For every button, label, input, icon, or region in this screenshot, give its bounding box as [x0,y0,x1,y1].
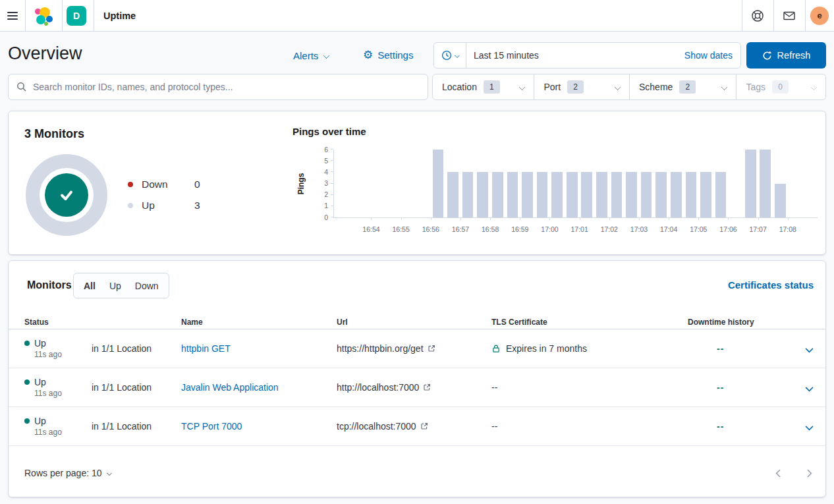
up-dot [128,203,133,208]
x-axis-tick-label: 17:05 [690,225,707,233]
chart-bar [507,172,518,217]
chevron-down-icon [811,84,818,90]
chart-bar [447,172,459,217]
chart-bar [433,150,444,217]
filter-location[interactable]: Location 1 [433,74,534,99]
y-axis-tick-label: 1 [324,203,328,210]
quick-select-button[interactable] [434,43,466,68]
certificates-status-link[interactable]: Certificates status [728,279,814,291]
search-input[interactable] [33,82,420,92]
hamburger-menu-icon[interactable] [0,0,25,31]
y-axis-tick-label: 3 [324,180,328,187]
x-axis-tick-mark [490,217,491,220]
x-axis-tick-mark [639,217,640,220]
user-avatar[interactable]: e [805,0,834,31]
chart-bar [745,150,756,217]
y-axis-tick-mark [331,183,333,184]
refresh-icon [762,51,772,61]
mail-icon[interactable] [773,0,805,31]
check-icon [57,185,76,205]
show-dates-link[interactable]: Show dates [684,50,740,61]
rows-per-page-button[interactable]: Rows per page: 10 [24,465,111,481]
tls-expiry: Expires in 7 months [506,343,587,354]
expand-row-chevron-icon[interactable] [805,383,814,392]
filter-count-badge: 0 [772,80,789,94]
down-dot [128,182,133,187]
status-filter-tabs: All Up Down [73,273,169,298]
pagination [777,465,811,481]
space-badge[interactable]: D [67,6,86,26]
expand-row-chevron-icon[interactable] [805,345,814,353]
x-axis-tick-mark [371,217,372,220]
help-icon[interactable] [742,0,773,31]
filter-label: Location [442,82,477,92]
pings-plot: 012345616:5416:5516:5616:5716:5816:5917:… [333,150,818,218]
monitor-location: in 1/1 Location [92,343,181,354]
filter-group: Location 1 Port 2 Scheme 2 Tags 0 [432,74,826,100]
tls-expiry: -- [491,421,497,432]
y-axis-tick-label: 4 [324,169,328,176]
filter-scheme[interactable]: Scheme 2 [630,74,737,99]
chevron-down-icon [615,84,621,90]
col-tls: TLS Certificate [491,318,688,327]
alerts-menu-button[interactable]: Alerts [293,49,329,62]
prev-page-icon[interactable] [775,469,784,478]
table-header: Status Name Url TLS Certificate Downtime… [9,316,825,329]
settings-label: Settings [377,49,413,61]
monitor-name-link[interactable]: Javalin Web Application [181,382,279,393]
time-range-value[interactable]: Last 15 minutes [466,50,684,61]
downtime-history-value: -- [688,343,787,354]
status-donut-chart [26,154,107,236]
table-row: Up 11s ago in 1/1 Location httpbin GET h… [9,329,825,368]
refresh-label: Refresh [777,50,811,61]
external-link-icon[interactable] [420,422,428,430]
tls-expiry: -- [491,382,497,393]
up-value: 3 [194,200,200,211]
x-axis-tick-mark [460,217,461,220]
expand-row-chevron-icon[interactable] [805,422,814,431]
external-link-icon[interactable] [423,383,431,391]
filter-tags[interactable]: Tags 0 [737,74,825,99]
downtime-history-value: -- [688,421,787,432]
filter-port[interactable]: Port 2 [534,74,630,99]
x-axis-tick-label: 16:55 [392,225,409,233]
x-axis-tick-mark [609,217,610,220]
chart-bar [477,172,488,217]
down-value: 0 [194,179,200,190]
monitor-name-link[interactable]: httpbin GET [181,343,231,354]
status-up-dot [24,341,30,346]
chevron-down-icon [323,52,330,59]
page-title: Overview [8,43,82,64]
monitors-count-title: 3 Monitors [24,127,84,141]
filter-label: Tags [746,82,765,92]
monitors-panel: Monitors All Up Down Certificates status… [8,260,826,497]
x-axis-tick-mark [401,217,402,220]
elastic-logo[interactable] [25,0,62,31]
tab-down[interactable]: Down [135,281,159,291]
x-axis-tick-mark [698,217,699,220]
chevron-down-icon [454,53,459,58]
next-page-icon[interactable] [804,469,812,478]
chart-bar [655,172,667,217]
chart-bar [567,172,578,217]
table-row: Up 11s ago in 1/1 Location Javalin Web A… [9,368,825,407]
x-axis-tick-mark [758,217,759,220]
x-axis-tick-label: 17:08 [779,225,796,233]
refresh-button[interactable]: Refresh [746,42,826,69]
table-row: Up 11s ago in 1/1 Location TCP Port 7000… [9,407,825,446]
x-axis-tick-label: 17:07 [750,225,767,233]
settings-button[interactable]: ⚙ Settings [363,47,413,62]
tab-up[interactable]: Up [109,281,121,291]
monitor-name-link[interactable]: TCP Port 7000 [181,421,242,432]
x-axis-tick-mark [788,217,789,220]
tab-all[interactable]: All [84,281,96,291]
monitor-search-box [8,74,428,100]
clock-icon [441,50,452,61]
y-axis-tick-mark [331,206,333,206]
monitor-status: Up [34,416,46,426]
external-link-icon[interactable] [428,345,435,352]
monitors-title: Monitors [27,279,72,291]
x-axis-tick-label: 16:56 [422,225,439,233]
col-status: Status [24,318,92,327]
up-label: Up [142,200,194,211]
